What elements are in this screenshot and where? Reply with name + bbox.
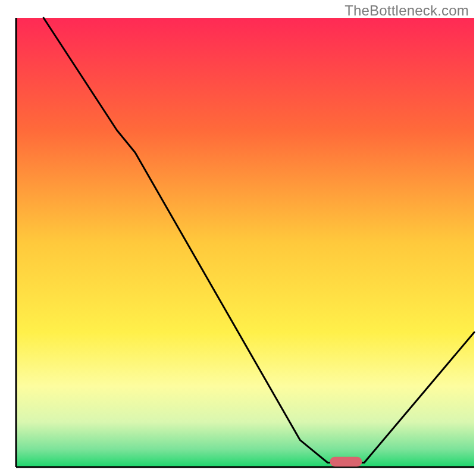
optimal-marker [330,457,362,467]
bottleneck-chart [0,0,476,476]
chart-container: TheBottleneck.com [0,0,476,476]
plot-background [16,18,474,467]
watermark-text: TheBottleneck.com [345,2,469,19]
